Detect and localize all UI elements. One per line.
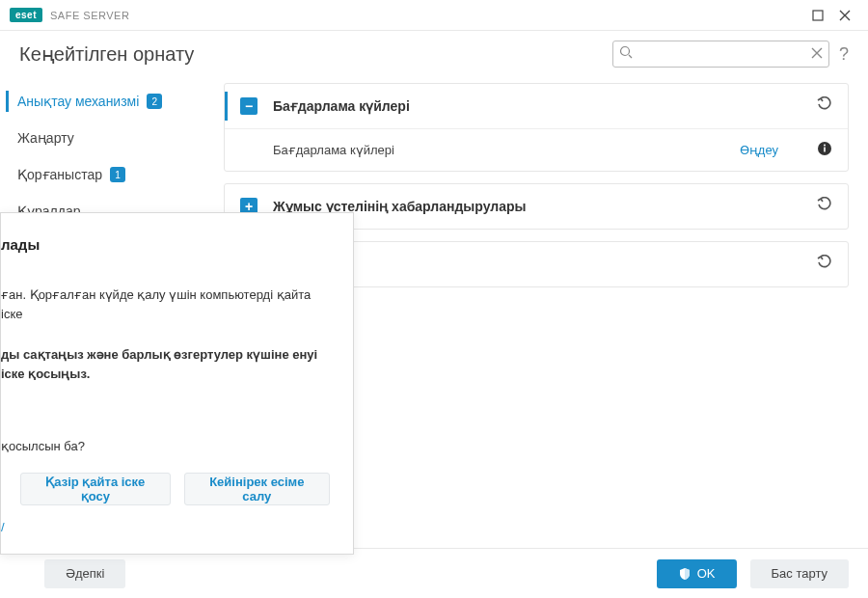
page-header: Кеңейтілген орнату ? bbox=[0, 31, 868, 77]
panel-undo-button[interactable] bbox=[817, 96, 832, 116]
search-field[interactable] bbox=[612, 41, 829, 68]
sidebar-item-label: Анықтау механизмі bbox=[17, 94, 139, 109]
help-button[interactable]: ? bbox=[839, 44, 849, 65]
popup-title: лады bbox=[1, 236, 330, 253]
ok-button-label: OK bbox=[697, 566, 716, 581]
sidebar-item-label: Жаңарту bbox=[17, 130, 74, 146]
panel-row: Бағдарлама күйлері Өңдеу bbox=[225, 128, 848, 171]
shield-icon bbox=[678, 567, 692, 581]
sidebar-badge: 2 bbox=[147, 94, 162, 109]
row-info-button[interactable] bbox=[817, 141, 832, 159]
remind-later-button[interactable]: Кейінірек есіме салу bbox=[184, 473, 330, 505]
svg-rect-0 bbox=[813, 11, 823, 20]
popup-body: ған. Қорғалған күйде қалу үшін компьютер… bbox=[1, 285, 330, 406]
sidebar-item-protection[interactable]: Қорғаныстар 1 bbox=[0, 156, 224, 193]
close-icon bbox=[811, 47, 823, 59]
panel-app-statuses: − Бағдарлама күйлері Бағдарлама күйлері … bbox=[224, 83, 849, 172]
popup-question: қосылсын ба? bbox=[1, 439, 330, 453]
default-button[interactable]: Әдепкі bbox=[44, 559, 125, 588]
svg-point-1 bbox=[620, 47, 629, 56]
collapse-icon: − bbox=[240, 97, 258, 115]
undo-icon bbox=[817, 255, 832, 270]
info-icon bbox=[817, 141, 832, 156]
sidebar-item-update[interactable]: Жаңарту bbox=[0, 120, 224, 156]
cancel-button[interactable]: Бас тарту bbox=[750, 559, 849, 588]
panel-title: Бағдарлама күйлері bbox=[273, 98, 817, 114]
window-maximize-button[interactable] bbox=[804, 2, 831, 29]
panel-title: Жұмыс үстелінің хабарландырулары bbox=[273, 199, 817, 214]
svg-point-4 bbox=[824, 145, 826, 147]
square-icon bbox=[812, 10, 824, 21]
restart-now-button[interactable]: Қазір қайта іске қосу bbox=[20, 473, 171, 505]
undo-icon bbox=[817, 96, 832, 112]
titlebar: eset SAFE SERVER bbox=[0, 0, 868, 31]
row-label: Бағдарлама күйлері bbox=[273, 143, 740, 157]
brand-product: SAFE SERVER bbox=[50, 10, 129, 21]
svg-rect-3 bbox=[824, 148, 826, 152]
brand-badge: eset bbox=[10, 8, 42, 22]
sidebar-item-detection[interactable]: Анықтау механизмі 2 bbox=[0, 83, 224, 120]
undo-icon bbox=[817, 197, 832, 212]
popup-footer-link[interactable]: / bbox=[1, 520, 330, 534]
popup-text-2: ды сақтаңыз және барлық өзгертулер күшін… bbox=[1, 345, 330, 384]
panel-undo-button[interactable] bbox=[817, 197, 832, 216]
search-clear-button[interactable] bbox=[811, 45, 823, 63]
window-close-button[interactable] bbox=[831, 2, 858, 29]
sidebar-item-label: Қорғаныстар bbox=[17, 167, 102, 182]
sidebar-badge: 1 bbox=[110, 167, 125, 182]
panel-header[interactable]: − Бағдарлама күйлері bbox=[225, 84, 848, 128]
panel-title: скертулер bbox=[273, 257, 817, 272]
popup-text-1: ған. Қорғалған күйде қалу үшін компьютер… bbox=[1, 285, 330, 324]
footer-bar: Әдепкі OK Бас тарту bbox=[0, 548, 868, 598]
close-icon bbox=[839, 10, 851, 21]
search-input[interactable] bbox=[637, 47, 811, 61]
search-icon bbox=[619, 45, 633, 63]
page-title: Кеңейтілген орнату bbox=[19, 42, 194, 66]
panel-undo-button[interactable] bbox=[817, 255, 832, 274]
row-edit-link[interactable]: Өңдеу bbox=[740, 143, 778, 157]
restart-popup: лады ған. Қорғалған күйде қалу үшін комп… bbox=[0, 212, 354, 555]
popup-actions: Қазір қайта іске қосу Кейінірек есіме са… bbox=[1, 473, 330, 505]
ok-button[interactable]: OK bbox=[657, 559, 737, 588]
